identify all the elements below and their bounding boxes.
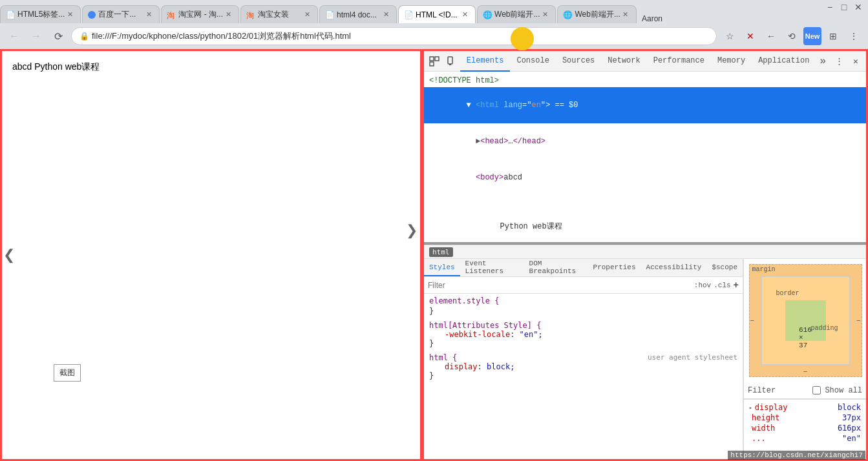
maximize-button[interactable]: □	[840, 3, 849, 12]
border-label: border	[776, 290, 799, 297]
action-btn-left[interactable]: ←	[762, 27, 780, 45]
breadcrumb-html-tag[interactable]: html	[429, 247, 453, 257]
svg-rect-4	[449, 64, 451, 65]
tab-sources[interactable]: Sources	[556, 51, 601, 72]
cls-btn[interactable]: .cls	[714, 282, 730, 289]
tab-taobao[interactable]: 淘 淘宝网 - 淘... ✕	[161, 5, 239, 23]
tab-application[interactable]: Application	[752, 51, 816, 72]
margin-bottom-val: −	[803, 368, 808, 376]
devtools-device-btn[interactable]	[443, 54, 459, 69]
body-element-line[interactable]: <body>abcd	[424, 159, 866, 196]
tab-label-web2: Web前端开...	[575, 9, 620, 20]
tab-performance[interactable]: Performance	[647, 51, 711, 72]
tab-favicon-web2: 🌐	[563, 10, 572, 19]
tab-taobao-fashion[interactable]: 淘 淘宝女装 ✕	[240, 5, 318, 23]
forward-button[interactable]: →	[27, 27, 45, 45]
tab-favicon-active: 📄	[404, 10, 413, 19]
tab-label-active: HTML <!D...	[416, 10, 460, 19]
style-rule-attr: html[Attributes Style] { -webkit-locale:…	[429, 321, 737, 348]
tab-close-html4[interactable]: ✕	[381, 10, 391, 20]
computed-panel: ▸ display block height 37px	[744, 399, 866, 446]
computed-tri-display: ▸	[749, 405, 752, 411]
tab-favicon-html4: 📄	[325, 10, 334, 19]
tab-webfront1[interactable]: 🌐 Web前端开... ✕	[477, 5, 556, 23]
style-rule-html: html { user agent stylesheet display: bl…	[429, 353, 737, 380]
tab-favicon-baidu	[88, 11, 96, 19]
svg-rect-2	[430, 62, 434, 66]
margin-label: margin	[752, 266, 776, 273]
tab-webfront2[interactable]: 🌐 Web前端开... ✕	[557, 5, 636, 23]
devtools-inspect-btn[interactable]	[427, 54, 442, 69]
computed-prop-locale: ...	[752, 434, 766, 443]
tab-close-baidu[interactable]: ✕	[143, 10, 154, 20]
address-input[interactable]: 🔒 file:///F:/mydoc/kphone/class/python/1…	[71, 27, 717, 45]
tab-html4[interactable]: 📄 html4 doc... ✕	[319, 5, 397, 23]
next-page-arrow[interactable]: ❯	[406, 222, 418, 239]
html-element-line[interactable]: ▼ <html lang="en"> == $0	[424, 87, 866, 123]
subtab-styles[interactable]: Styles	[424, 259, 460, 276]
devtools-settings-btn[interactable]: ⋮	[831, 54, 847, 69]
tab-console[interactable]: Console	[510, 51, 555, 72]
styles-subtabs: Styles Event Listeners DOM Breakpoints P…	[424, 259, 743, 277]
style-selector-html: html { user agent stylesheet	[429, 353, 737, 362]
tab-close-taobao2[interactable]: ✕	[302, 10, 312, 20]
svg-rect-1	[435, 57, 439, 61]
tab-label-html5: HTML5标签...	[17, 9, 65, 20]
tab-html-doctype[interactable]: 📄 HTML <!D... ✕	[398, 5, 476, 23]
tab-close-web2[interactable]: ✕	[620, 10, 631, 20]
tab-label-taobao: 淘宝网 - 淘...	[178, 9, 223, 20]
address-bar: ← → ⟳ 🔒 file:///F:/mydoc/kphone/class/py…	[0, 23, 868, 49]
head-element-line[interactable]: ►<head>…</head>	[424, 123, 866, 159]
screenshot-button[interactable]: 截图	[54, 364, 81, 382]
prev-page-arrow[interactable]: ❮	[3, 247, 15, 263]
tab-close-web1[interactable]: ✕	[540, 10, 550, 20]
minimize-button[interactable]: −	[825, 3, 834, 12]
styles-panel: Styles Event Listeners DOM Breakpoints P…	[424, 259, 743, 459]
computed-val-width: 616px	[838, 424, 861, 433]
action-btn-x[interactable]: ✕	[741, 27, 759, 45]
tab-elements[interactable]: Elements	[460, 51, 511, 72]
hov-btn[interactable]: :hov	[694, 282, 711, 289]
bookmark-button[interactable]: ☆	[721, 27, 739, 45]
tab-close-html5[interactable]: ✕	[65, 10, 75, 20]
tab-close-active[interactable]: ✕	[460, 10, 470, 20]
tab-close-taobao[interactable]: ✕	[223, 10, 233, 20]
computed-val-display: block	[838, 403, 861, 412]
extensions-button[interactable]: ⊞	[824, 27, 842, 45]
subtab-dom-breakpoints[interactable]: DOM Breakpoints	[524, 259, 588, 276]
close-button[interactable]: ✕	[854, 3, 863, 12]
tab-favicon-taobao2: 淘	[246, 10, 255, 19]
back-button[interactable]: ←	[5, 27, 23, 45]
subtab-properties[interactable]: Properties	[588, 259, 641, 276]
svg-rect-3	[448, 57, 452, 64]
action-btn-sync[interactable]: ⟲	[783, 27, 801, 45]
address-text: file:///F:/mydoc/kphone/class/python/180…	[92, 30, 351, 42]
tab-memory[interactable]: Memory	[711, 51, 752, 72]
watermark: https://blog.csdn.net/xiangchi7	[728, 451, 865, 460]
tab-html5[interactable]: 📄 HTML5标签... ✕	[0, 5, 81, 23]
computed-row-height: height 37px	[749, 413, 861, 423]
subtab-accessibility[interactable]: Accessibility	[641, 259, 707, 276]
python-text-line: Python web课程	[424, 209, 866, 245]
style-rule-element: element.style { }	[429, 296, 737, 316]
new-tab-button[interactable]: New	[803, 27, 821, 45]
refresh-button[interactable]: ⟳	[49, 27, 67, 45]
computed-filter-row: Filter Show all	[744, 382, 866, 399]
style-selector-element: element.style {	[429, 296, 737, 305]
tab-label-html4: html4 doc...	[337, 10, 381, 19]
menu-button[interactable]: ⋮	[845, 27, 863, 45]
elements-pane[interactable]: <!DOCTYPE html> ▼ <html lang="en"> == $0…	[424, 72, 866, 245]
add-style-btn[interactable]: +	[734, 280, 739, 291]
show-all-checkbox[interactable]	[812, 386, 821, 394]
devtools-close-btn[interactable]: ✕	[848, 54, 863, 69]
page-content: ❮ abcd Python web课程 截图 ❯	[0, 49, 422, 461]
tab-network[interactable]: Network	[601, 51, 646, 72]
subtab-scope[interactable]: $scope	[706, 259, 743, 276]
lock-icon: 🔒	[79, 32, 89, 41]
styles-filter-input[interactable]	[428, 281, 692, 290]
style-close-brace-2: }	[429, 339, 737, 348]
subtab-event-listeners[interactable]: Event Listeners	[460, 259, 524, 276]
tab-more[interactable]: »	[816, 56, 830, 67]
page-text: abcd Python web课程	[12, 61, 410, 73]
tab-baidu[interactable]: 百度一下... ✕	[82, 5, 160, 23]
